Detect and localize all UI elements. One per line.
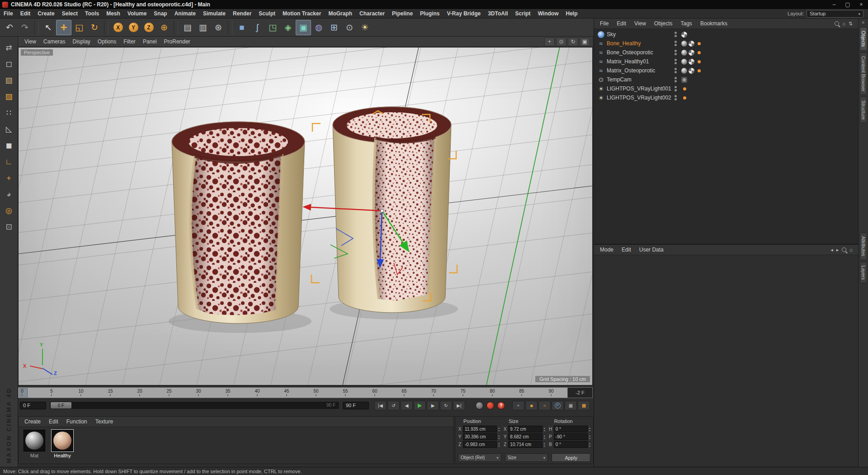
om-menu-bookmarks[interactable]: Bookmarks — [696, 20, 731, 27]
menu-render[interactable]: Render — [229, 9, 255, 18]
add-camera-button[interactable]: ⊙ — [342, 20, 357, 35]
coord-spinner[interactable] — [589, 434, 590, 440]
keyframe-scale-toggle[interactable]: ■ — [525, 401, 538, 410]
menu-v-ray-bridge[interactable]: V-Ray Bridge — [443, 9, 484, 18]
texture-tag-icon[interactable] — [689, 68, 694, 74]
material-menu-edit[interactable]: Edit — [45, 418, 62, 425]
spinner-down-icon[interactable] — [544, 437, 545, 440]
timeline-offset-field[interactable]: -2 F — [567, 388, 592, 398]
viewport-menu-panel[interactable]: Panel — [139, 38, 160, 45]
menu-script[interactable]: Script — [512, 9, 534, 18]
menu-3dtoall[interactable]: 3DToAll — [484, 9, 511, 18]
panel-tab-attributes[interactable]: Attributes — [860, 233, 867, 260]
object-row-tempcam[interactable]: TempCam — [594, 75, 858, 84]
project-settings-button[interactable]: ▩ — [578, 401, 590, 410]
texture-tag-icon[interactable] — [689, 50, 694, 56]
coord-spinner[interactable] — [544, 442, 545, 447]
gizmo-center-handle[interactable] — [381, 209, 383, 212]
texture-tag-icon[interactable] — [681, 32, 687, 38]
transform-space-dropdown[interactable]: Object (Rel) — [458, 453, 501, 462]
current-frame-field[interactable]: 0 F — [20, 402, 46, 409]
attr-forward-button[interactable]: ▸ — [836, 247, 839, 252]
rotate-view-button[interactable]: ↻ — [568, 38, 578, 46]
coord-value-input[interactable]: -90 ° — [554, 433, 588, 440]
coord-spinner[interactable] — [544, 427, 545, 432]
viewport-menu-view[interactable]: View — [21, 38, 40, 45]
menu-help[interactable]: Help — [562, 9, 581, 18]
next-frame-button[interactable]: ▶ — [427, 401, 439, 410]
visibility-dots[interactable] — [675, 77, 677, 82]
coord-spinner[interactable] — [589, 427, 590, 432]
zoom-view-button[interactable]: ⊙ — [556, 38, 566, 46]
coord-spinner[interactable] — [498, 442, 500, 447]
polygons-mode-button[interactable]: ◼ — [2, 138, 16, 152]
keyframe-rotation-toggle[interactable]: ○ — [538, 401, 551, 410]
spinner-down-icon[interactable] — [544, 445, 545, 447]
coordinate-system-button[interactable]: ⊕ — [156, 20, 172, 35]
material-menu-function[interactable]: Function — [62, 418, 91, 425]
goto-start-button[interactable]: |◀ — [374, 401, 387, 410]
menu-volume[interactable]: Volume — [124, 9, 150, 18]
viewport-menu-prorender[interactable]: ProRender — [160, 38, 194, 45]
attr-menu-mode[interactable]: Mode — [596, 247, 618, 253]
menu-select[interactable]: Select — [58, 9, 81, 18]
points-mode-button[interactable]: ∷ — [2, 105, 16, 120]
menu-file[interactable]: File — [0, 9, 17, 18]
next-key-button[interactable]: ↻ — [440, 401, 452, 410]
add-deformer-button[interactable]: ◈ — [280, 20, 296, 35]
timeline-ticks[interactable]: 051015202530354045505560657075808590 — [19, 388, 567, 398]
coord-value-input[interactable]: 11.935 cm — [463, 426, 497, 432]
menu-edit[interactable]: Edit — [17, 9, 34, 18]
menu-snap[interactable]: Snap — [150, 9, 170, 18]
lock-y-axis-button[interactable]: Y — [126, 20, 141, 35]
coord-value-input[interactable]: 9.72 cm — [508, 426, 542, 432]
convert-selection-button[interactable]: ⇄ — [2, 40, 16, 55]
spinner-down-icon[interactable] — [589, 445, 590, 447]
om-menu-view[interactable]: View — [630, 20, 650, 27]
pan-view-button[interactable]: + — [544, 38, 555, 46]
sculpt-mode-button[interactable]: ◕ — [2, 187, 16, 201]
viewport-menu-cameras[interactable]: Cameras — [40, 38, 69, 45]
om-home-button[interactable]: ⌂ — [842, 21, 845, 26]
workplane-button[interactable]: ∟ — [2, 154, 16, 169]
add-spline-button[interactable]: ∫ — [250, 20, 265, 35]
uv-edit-button[interactable]: ▨ — [2, 89, 16, 104]
object-row-bone-healthy[interactable]: Bone_Healthy — [594, 39, 858, 48]
prev-key-button[interactable]: ↺ — [387, 401, 400, 410]
visibility-dots[interactable] — [675, 68, 677, 73]
phong-tag-icon[interactable] — [681, 68, 687, 74]
bone-left-model[interactable] — [169, 122, 311, 333]
redo-button[interactable]: ↷ — [17, 20, 33, 35]
texture-paint-button[interactable]: ▧ — [2, 73, 16, 87]
play-button[interactable]: ▶ — [414, 401, 426, 410]
panel-tab-content-browser[interactable]: Content Browser — [860, 52, 867, 95]
volume-builder-button[interactable]: ▣ — [296, 20, 311, 35]
coord-spinner[interactable] — [498, 434, 500, 440]
coord-value-input[interactable]: 8.682 cm — [508, 433, 542, 440]
scale-tool[interactable]: ◱ — [71, 20, 87, 35]
visibility-dots[interactable] — [675, 86, 677, 91]
add-generator-button[interactable]: ◳ — [265, 20, 280, 35]
keyframe-pla-toggle[interactable]: ▦ — [565, 401, 577, 410]
om-menu-edit[interactable]: Edit — [613, 20, 630, 27]
material-mat[interactable]: Mat — [22, 430, 47, 458]
menu-mograph[interactable]: MoGraph — [325, 9, 356, 18]
strip-menu-icon[interactable]: ≡ — [862, 20, 865, 25]
visibility-dots[interactable] — [675, 50, 677, 55]
panel-tab-objects[interactable]: Objects — [860, 27, 867, 51]
visibility-dots[interactable] — [675, 59, 677, 64]
attr-home-button[interactable]: ⌂ — [849, 247, 853, 252]
spinner-down-icon[interactable] — [589, 437, 590, 440]
axis-mode-button[interactable]: + — [2, 171, 16, 185]
coord-spinner[interactable] — [589, 442, 590, 447]
object-row-lightpos-vraylight001[interactable]: LIGHTPOS_VRayLight001 — [594, 84, 858, 93]
menu-sculpt[interactable]: Sculpt — [255, 9, 279, 18]
bone-right-model[interactable] — [330, 107, 458, 319]
maximize-button[interactable]: ▢ — [841, 0, 854, 9]
target-tag-icon[interactable] — [681, 77, 687, 83]
lock-workplane-button[interactable]: ⊡ — [2, 219, 16, 234]
material-healthy[interactable]: Healthy — [50, 430, 75, 458]
viewport-menu-options[interactable]: Options — [94, 38, 120, 45]
menu-character[interactable]: Character — [356, 9, 388, 18]
lock-z-axis-button[interactable]: Z — [141, 20, 156, 35]
